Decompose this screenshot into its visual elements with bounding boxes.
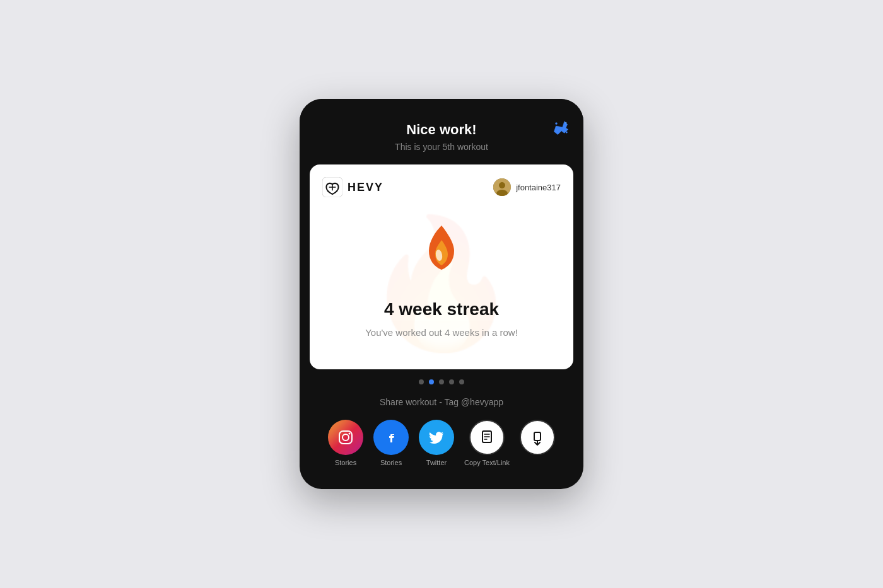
svg-point-5 <box>499 182 505 188</box>
header: Nice work! This is your 5th workout <box>300 99 583 164</box>
twitter-label: Twitter <box>426 459 447 466</box>
svg-point-0 <box>555 122 558 125</box>
dot-1[interactable] <box>419 379 424 384</box>
copy-text-button[interactable]: Copy Text/Link <box>464 420 510 466</box>
hevy-logo-text: HEVY <box>348 181 383 194</box>
flame-icon <box>322 222 561 289</box>
header-subtitle: This is your 5th workout <box>312 142 571 152</box>
streak-title: 4 week streak <box>322 299 561 320</box>
share-buttons: Stories Stories Twitter <box>310 420 573 466</box>
instagram-icon-circle <box>328 420 363 455</box>
user-info: jfontaine317 <box>493 178 561 196</box>
avatar <box>493 178 511 196</box>
streak-description: You've worked out 4 weeks in a row! <box>322 327 561 338</box>
phone-container: Nice work! This is your 5th workout <box>300 99 583 489</box>
card-content: 🔥 4 week streak You've worked out 4 week… <box>322 210 561 357</box>
more-icon-circle <box>520 420 555 455</box>
share-section: Share workout - Tag @hevyapp Stories <box>300 397 583 489</box>
facebook-icon-circle <box>373 420 409 455</box>
facebook-label: Stories <box>380 459 402 466</box>
svg-point-10 <box>349 433 351 435</box>
header-title: Nice work! <box>312 122 571 138</box>
copy-icon-circle <box>469 420 505 455</box>
hevy-logo: HEVY <box>322 177 383 197</box>
svg-point-2 <box>566 132 568 134</box>
share-label: Share workout - Tag @hevyapp <box>310 397 573 407</box>
dot-2[interactable] <box>429 379 434 384</box>
dot-3[interactable] <box>439 379 444 384</box>
facebook-stories-button[interactable]: Stories <box>373 420 409 466</box>
twitter-button[interactable]: Twitter <box>419 420 454 466</box>
more-button[interactable] <box>520 420 555 466</box>
hevy-logo-icon <box>322 177 342 197</box>
card-area: HEVY jfontaine317 <box>300 164 583 369</box>
pagination-dots <box>300 379 583 384</box>
dot-4[interactable] <box>449 379 454 384</box>
instagram-stories-button[interactable]: Stories <box>328 420 363 466</box>
username: jfontaine317 <box>516 183 561 192</box>
twitter-icon-circle <box>419 420 454 455</box>
instagram-label: Stories <box>335 459 356 466</box>
dot-5[interactable] <box>459 379 464 384</box>
svg-point-9 <box>342 434 349 441</box>
svg-rect-15 <box>534 432 541 441</box>
card-header: HEVY jfontaine317 <box>322 177 561 197</box>
svg-point-1 <box>565 122 566 124</box>
workout-card: HEVY jfontaine317 <box>310 164 573 369</box>
avatar-image <box>493 178 511 196</box>
copy-label: Copy Text/Link <box>464 459 510 466</box>
celebration-icon <box>552 119 570 141</box>
